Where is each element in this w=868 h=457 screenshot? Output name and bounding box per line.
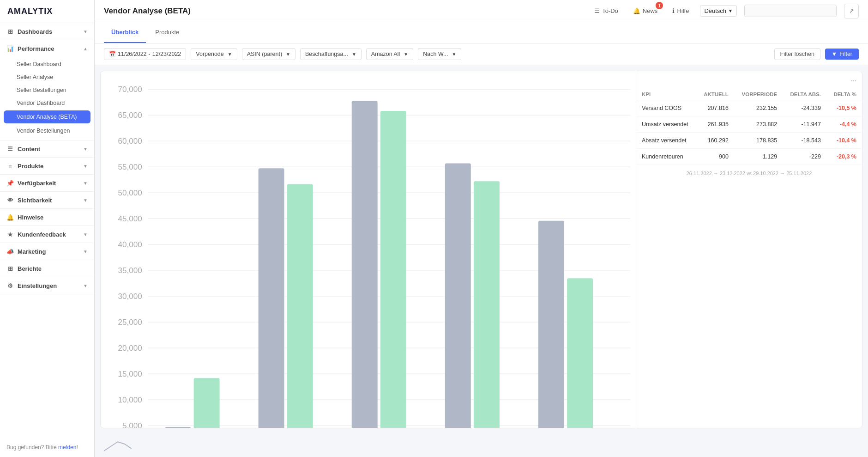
todo-button[interactable]: ☰ To-Do (591, 6, 622, 16)
kpi-col-header-delta-abs: DELTA ABS. (783, 89, 826, 100)
chevron-content-icon: ▼ (83, 146, 88, 152)
svg-text:45,000: 45,000 (118, 214, 142, 223)
bar-dec12-prev (538, 221, 564, 428)
external-link-button[interactable]: ↗ (844, 4, 859, 18)
sidebar-group-einstellungen[interactable]: ⚙ Einstellungen ▼ (0, 277, 94, 294)
beschaffung-filter[interactable]: Beschaffungsа... ▼ (300, 48, 362, 60)
small-chart-area (95, 434, 868, 457)
kpi-cell-delta-pct: -20,3 % (826, 149, 862, 165)
eye-icon: 👁 (6, 196, 14, 204)
kpi-cell-aktuell: 900 (697, 149, 734, 165)
kpi-col-header-delta-pct: DELTA % (826, 89, 862, 100)
pin-icon: 📌 (6, 179, 14, 187)
sidebar-group-label-einstellungen: Einstellungen (18, 282, 57, 289)
sidebar-section-hinweise: 🔔 Hinweise (0, 209, 94, 226)
language-selector[interactable]: Deutsch ▼ (700, 5, 737, 17)
bar-nov21-current (287, 184, 313, 428)
kpi-table: KPI AKTUELL VORPERIODE DELTA ABS. DELTA … (636, 89, 862, 165)
sidebar-item-seller-bestellungen[interactable]: Seller Bestellungen (0, 84, 94, 97)
sidebar-group-berichte[interactable]: ⊞ Berichte (0, 260, 94, 277)
sidebar-group-sichtbarkeit[interactable]: 👁 Sichtbarkeit ▼ (0, 192, 94, 208)
chevron-lang-icon: ▼ (728, 8, 733, 13)
sidebar-group-hinweise[interactable]: 🔔 Hinweise (0, 209, 94, 225)
sidebar-section-marketing: 📣 Marketing ▼ (0, 243, 94, 260)
kpi-cell-vorperiode: 273.882 (734, 116, 783, 133)
bell-icon: 🔔 (633, 7, 640, 14)
sidebar-item-seller-dashboard[interactable]: Seller Dashboard (0, 58, 94, 71)
asin-filter[interactable]: ASIN (parent) ▼ (242, 48, 295, 60)
sidebar-item-seller-analyse[interactable]: Seller Analyse (0, 71, 94, 84)
megaphone-icon: 📣 (6, 248, 14, 255)
sidebar-item-vendor-bestellungen[interactable]: Vendor Bestellungen (0, 124, 94, 137)
filter-clear-button[interactable]: Filter löschen (774, 48, 820, 60)
sidebar-group-label-verfugbarkeit: Verfügbarkeit (18, 180, 56, 187)
kpi-cell-delta-pct: -10,4 % (826, 133, 862, 149)
chevron-einstellungen-icon: ▼ (83, 283, 88, 288)
sidebar-group-performance[interactable]: 📊 Performance ▲ (0, 40, 94, 57)
sidebar-item-vendor-analyse[interactable]: Vendor Analyse (BETA) (4, 110, 90, 123)
svg-text:30,000: 30,000 (118, 292, 142, 301)
search-input[interactable] (744, 5, 837, 17)
sidebar-group-label-kundenfeedback: Kundenfeedback (18, 231, 66, 238)
grid-icon: ⊞ (6, 28, 14, 35)
chart-canvas: 70,000 65,000 60,000 55,000 50,000 45,00… (106, 79, 630, 428)
sidebar-item-vendor-dashboard[interactable]: Vendor Dashboard (0, 97, 94, 110)
sidebar-group-label-sichtbarkeit: Sichtbarkeit (18, 197, 52, 204)
filter-button[interactable]: ▼ Filter (825, 49, 859, 60)
period-filter[interactable]: Vorperiode ▼ (191, 48, 237, 60)
hilfe-button[interactable]: ℹ Hilfe (669, 6, 693, 16)
bug-report-link[interactable]: melden (58, 444, 76, 451)
page-title: Vendor Analyse (BETA) (104, 6, 581, 16)
kpi-cell-aktuell: 261.935 (697, 116, 734, 133)
bar-nov14-prev (165, 427, 191, 428)
file-icon: ☰ (6, 145, 14, 152)
chart-area: 70,000 65,000 60,000 55,000 50,000 45,00… (101, 71, 636, 428)
date-range-filter[interactable]: 📅 11/26/2022 - 12/23/2022 (104, 48, 186, 60)
sidebar-group-label-marketing: Marketing (18, 248, 46, 255)
nach-filter[interactable]: Nach W... ▼ (418, 48, 461, 60)
svg-text:5,000: 5,000 (122, 421, 142, 428)
sidebar-group-label-content: Content (18, 146, 40, 152)
sidebar-section-performance: 📊 Performance ▲ Seller Dashboard Seller … (0, 40, 94, 140)
mini-chart-svg (104, 437, 132, 454)
kpi-col-header-aktuell: AKTUELL (697, 89, 734, 100)
bar-chart-svg: 70,000 65,000 60,000 55,000 50,000 45,00… (106, 79, 630, 428)
sidebar-group-dashboards[interactable]: ⊞ Dashboards ▼ (0, 23, 94, 40)
kpi-cell-delta-abs: -229 (783, 149, 826, 165)
kpi-date-note: 26.11.2022 → 23.12.2022 vs 29.10.2022 → … (636, 165, 862, 182)
tab-bar: Überblick Produkte (95, 22, 868, 43)
main-content: Vendor Analyse (BETA) ☰ To-Do 🔔 News 1 ℹ… (95, 0, 868, 457)
kpi-cell-delta-abs: -11.947 (783, 116, 826, 133)
chart-panel: 70,000 65,000 60,000 55,000 50,000 45,00… (100, 71, 862, 428)
news-badge: 1 (656, 2, 663, 9)
info-icon: ℹ (672, 7, 675, 14)
logo: AMALYTIX (0, 0, 94, 23)
bar-dec12-current (567, 278, 593, 428)
chevron-sichtbarkeit-icon: ▼ (83, 198, 88, 203)
topbar-actions: ☰ To-Do 🔔 News 1 ℹ Hilfe Deutsch ▼ ↗ (591, 4, 859, 18)
sidebar-group-content[interactable]: ☰ Content ▼ (0, 140, 94, 157)
sidebar-group-marketing[interactable]: 📣 Marketing ▼ (0, 243, 94, 260)
kpi-cell-aktuell: 207.816 (697, 100, 734, 116)
kpi-dots[interactable]: ··· (636, 77, 862, 89)
table-icon: ⊞ (6, 265, 14, 272)
chevron-kundenfeedback-icon: ▼ (83, 232, 88, 237)
kpi-cell-delta-abs: -24.339 (783, 100, 826, 116)
sidebar-group-produkte[interactable]: ≡ Produkte ▼ (0, 158, 94, 174)
kpi-cell-name: Versand COGS (636, 100, 697, 116)
kpi-cell-name: Kundenretouren (636, 149, 697, 165)
performance-submenu: Seller Dashboard Seller Analyse Seller B… (0, 57, 94, 140)
tab-produkte[interactable]: Produkte (148, 22, 187, 43)
news-button[interactable]: 🔔 News 1 (629, 6, 662, 16)
sidebar-group-verfugbarkeit[interactable]: 📌 Verfügbarkeit ▼ (0, 175, 94, 191)
bar-nov21-prev (259, 168, 284, 428)
sidebar-section-kundenfeedback: ★ Kundenfeedback ▼ (0, 226, 94, 243)
filters-bar: 📅 11/26/2022 - 12/23/2022 Vorperiode ▼ A… (95, 43, 868, 65)
svg-text:40,000: 40,000 (118, 240, 142, 249)
topbar: Vendor Analyse (BETA) ☰ To-Do 🔔 News 1 ℹ… (95, 0, 868, 22)
sidebar-group-kundenfeedback[interactable]: ★ Kundenfeedback ▼ (0, 226, 94, 243)
sidebar-section-content: ☰ Content ▼ (0, 140, 94, 158)
gear-icon: ⚙ (6, 282, 14, 289)
amazon-filter[interactable]: Amazon All ▼ (366, 48, 413, 60)
tab-uberblick[interactable]: Überblick (104, 22, 146, 43)
